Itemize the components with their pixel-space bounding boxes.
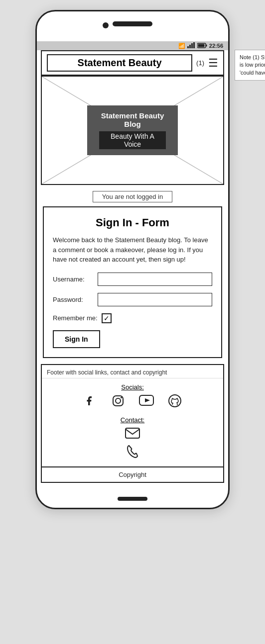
copyright-bar: Copyright (42, 466, 223, 482)
remember-me-group: Remember me: ✓ (53, 313, 212, 323)
socials-label: Socials: (42, 383, 223, 391)
svg-rect-2 (191, 43, 193, 48)
contact-label: Contact: (42, 416, 223, 424)
svg-rect-1 (189, 45, 191, 48)
svg-point-15 (169, 395, 181, 407)
github-icon[interactable] (168, 394, 182, 411)
wifi-icon: 📶 (178, 43, 185, 49)
svg-rect-3 (193, 42, 195, 48)
svg-rect-0 (187, 46, 189, 48)
time-display: 22:56 (209, 43, 223, 49)
svg-point-11 (116, 398, 121, 403)
username-input[interactable] (98, 273, 212, 286)
footer: Footer with social links, contact and co… (41, 364, 224, 483)
screen: 📶 22:56 Statement Beauty (1) ☰ (37, 41, 228, 483)
phone-camera (103, 22, 109, 28)
hero-banner: Statement Beauty Blog Beauty With A Voic… (41, 76, 224, 185)
hamburger-menu-icon[interactable]: ☰ (208, 57, 218, 70)
login-status-badge: You are not logged in (93, 191, 172, 202)
password-label: Password: (53, 296, 98, 303)
navbar: Statement Beauty (1) ☰ (41, 50, 224, 76)
login-status-area: You are not logged in (37, 191, 228, 202)
sticky-note: Note (1) Sticky navbar is low priority. … (235, 50, 265, 81)
svg-point-12 (121, 397, 122, 398)
youtube-icon[interactable] (139, 394, 154, 411)
battery-icon (197, 43, 207, 49)
status-bar: 📶 22:56 (37, 41, 228, 50)
svg-rect-16 (126, 428, 139, 438)
contact-icons (42, 428, 223, 461)
remember-me-label: Remember me: (53, 314, 98, 322)
hero-overlay: Statement Beauty Blog Beauty With A Voic… (87, 105, 178, 155)
password-input[interactable] (98, 293, 212, 306)
svg-marker-14 (145, 398, 150, 402)
sign-in-button[interactable]: Sign In (53, 330, 100, 348)
form-title: Sign In - Form (53, 216, 212, 229)
hero-title: Statement Beauty Blog (99, 111, 166, 128)
svg-rect-5 (206, 44, 207, 46)
username-label: Username: (53, 276, 98, 283)
phone-icon[interactable] (127, 445, 138, 461)
form-description: Welcome back to the Statement Beauty blo… (53, 235, 212, 265)
email-icon[interactable] (125, 428, 140, 442)
navbar-badge: (1) (196, 59, 204, 67)
svg-rect-6 (198, 44, 204, 47)
footer-note: Footer with social links, contact and co… (42, 365, 223, 378)
hero-subtitle: Beauty With A Voice (99, 131, 166, 149)
signin-form-card: Sign In - Form Welcome back to the State… (43, 206, 222, 358)
remember-me-checkbox[interactable]: ✓ (102, 313, 112, 323)
signal-icon (187, 42, 195, 49)
navbar-title: Statement Beauty (47, 54, 192, 72)
social-icons-row (42, 394, 223, 411)
instagram-icon[interactable] (111, 394, 125, 411)
username-group: Username: (53, 273, 212, 286)
phone-home-button[interactable] (118, 497, 147, 501)
password-group: Password: (53, 293, 212, 306)
phone-speaker (113, 21, 152, 26)
phone-frame: 📶 22:56 Statement Beauty (1) ☰ (35, 10, 230, 509)
facebook-icon[interactable] (83, 394, 97, 411)
